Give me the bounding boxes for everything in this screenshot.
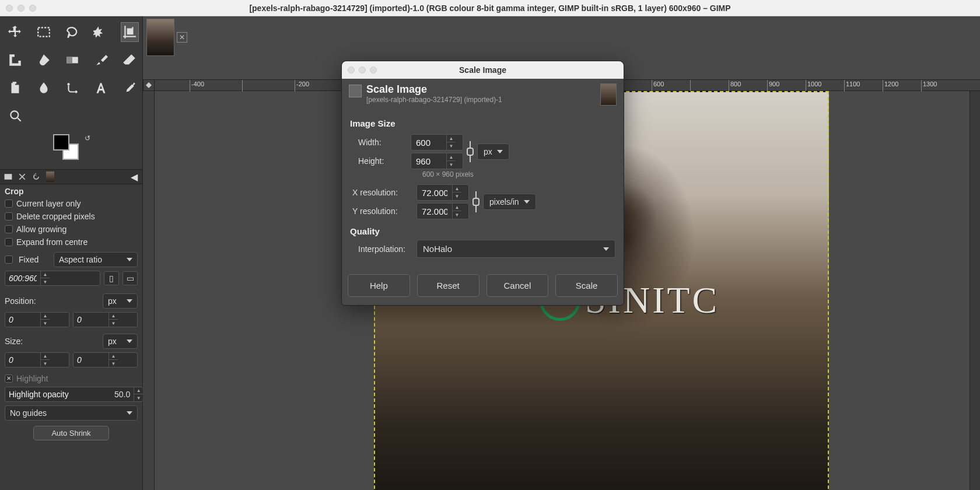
ruler-tick-label: -200 <box>296 80 309 88</box>
opt-allow-growing[interactable]: Allow growing <box>0 223 142 236</box>
opt-fixed-value-input[interactable]: ▲▼ <box>5 271 100 286</box>
link-resolution-icon[interactable] <box>469 189 483 215</box>
dialog-minimize-icon[interactable] <box>359 66 366 74</box>
chevron-down-icon <box>127 411 132 415</box>
help-button[interactable]: Help <box>348 274 410 297</box>
free-select-tool[interactable] <box>63 22 81 42</box>
opt-delete-cropped[interactable]: Delete cropped pixels <box>0 210 142 223</box>
close-image-tab-icon[interactable]: ✕ <box>177 32 187 43</box>
size-unit-combo[interactable]: px <box>103 334 138 349</box>
smudge-tool[interactable] <box>34 78 52 98</box>
scale-button[interactable]: Scale <box>555 274 618 297</box>
opt-delete-cropped-label: Delete cropped pixels <box>16 212 95 221</box>
position-y-input[interactable]: ▲▼ <box>73 312 138 327</box>
highlight-opacity-input[interactable]: 50.0 ▲▼ <box>5 387 144 402</box>
position-unit-value: px <box>108 296 117 306</box>
paintbrush-tool[interactable] <box>92 50 110 70</box>
auto-shrink-button[interactable]: Auto Shrink <box>33 426 108 440</box>
path-tool[interactable] <box>63 78 81 98</box>
opt-highlight[interactable]: Highlight <box>0 369 142 385</box>
portrait-orientation-button[interactable]: ▯ <box>104 271 119 285</box>
chevron-down-icon <box>127 340 132 343</box>
device-status-tab-icon[interactable] <box>16 171 28 183</box>
dialog-zoom-icon[interactable] <box>370 66 377 74</box>
opt-fixed-mode-value: Aspect ratio <box>59 255 102 264</box>
images-tab-icon[interactable] <box>44 171 56 183</box>
swap-colors-icon[interactable]: ↺ <box>85 134 90 142</box>
svg-rect-7 <box>467 148 473 155</box>
fuzzy-select-tool[interactable] <box>92 22 110 42</box>
image-tab-thumbnail[interactable] <box>146 19 174 56</box>
opt-fixed-label: Fixed <box>19 255 48 264</box>
size-h-input[interactable]: ▲▼ <box>73 352 138 368</box>
dialog-thumbnail <box>600 83 617 106</box>
color-picker-tool[interactable] <box>121 78 139 98</box>
transform-tool[interactable] <box>6 50 24 70</box>
height-input[interactable]: ▲▼ <box>411 153 463 169</box>
minimize-window-icon[interactable] <box>18 5 24 12</box>
zoom-tool[interactable] <box>6 106 26 126</box>
rect-select-tool[interactable] <box>34 22 52 42</box>
opt-fixed-mode-combo[interactable]: Aspect ratio <box>54 252 138 267</box>
opt-expand-centre-label: Expand from centre <box>16 237 88 247</box>
opt-allow-growing-label: Allow growing <box>16 225 66 234</box>
gradient-tool[interactable] <box>63 50 81 70</box>
foreground-color[interactable] <box>53 134 69 150</box>
opt-fixed-check[interactable] <box>5 256 13 264</box>
res-unit-value: pixels/in <box>489 197 519 206</box>
undo-history-tab-icon[interactable] <box>30 171 42 183</box>
xres-input[interactable]: ▲▼ <box>416 184 469 201</box>
yres-input[interactable]: ▲▼ <box>416 203 469 219</box>
configure-tab-icon[interactable]: ◀ <box>128 171 140 183</box>
close-window-icon[interactable] <box>6 5 13 12</box>
dialog-heading: Scale Image <box>366 83 502 96</box>
tool-options-tab-icon[interactable] <box>2 171 14 183</box>
move-tool[interactable] <box>6 22 24 42</box>
bucket-fill-tool[interactable] <box>34 50 52 70</box>
cancel-button[interactable]: Cancel <box>487 274 549 297</box>
size-w-input[interactable]: ▲▼ <box>5 352 69 368</box>
res-unit-select[interactable]: pixels/in <box>483 194 536 210</box>
chevron-down-icon <box>127 299 132 303</box>
dialog-titlebar: Scale Image <box>342 61 624 79</box>
eraser-tool[interactable] <box>121 50 139 70</box>
size-hint: 600 × 960 pixels <box>350 170 615 178</box>
ruler-origin-icon[interactable] <box>143 79 155 91</box>
zoom-window-icon[interactable] <box>29 5 36 12</box>
ruler-tick-label: 1000 <box>807 80 821 88</box>
svg-rect-8 <box>473 198 479 205</box>
opt-expand-centre[interactable]: Expand from centre <box>0 236 142 249</box>
opt-current-layer-only[interactable]: Current layer only <box>0 197 142 210</box>
ruler-tick-label: 1200 <box>884 80 898 88</box>
dialog-close-icon[interactable] <box>348 66 355 74</box>
opt-current-layer-only-label: Current layer only <box>16 199 81 208</box>
position-label: Position: <box>5 296 36 306</box>
scale-image-dialog: Scale Image Scale Image [pexels-ralph-ra… <box>341 61 624 306</box>
width-input[interactable]: ▲▼ <box>411 134 463 150</box>
position-x-input[interactable]: ▲▼ <box>5 312 69 327</box>
interpolation-label: Interpolation: <box>350 244 413 254</box>
color-swatch[interactable]: ↺ <box>45 134 97 163</box>
guides-combo[interactable]: No guides <box>5 405 138 421</box>
chevron-down-icon <box>127 258 132 261</box>
crop-tool[interactable] <box>121 22 139 42</box>
section-quality: Quality <box>350 226 615 236</box>
svg-point-4 <box>75 90 77 93</box>
position-unit-combo[interactable]: px <box>103 293 138 309</box>
size-unit-select[interactable]: px <box>477 144 509 160</box>
link-dimensions-icon[interactable] <box>463 139 477 164</box>
dialog-header: Scale Image [pexels-ralph-rabago-3214729… <box>342 79 624 110</box>
guides-value: No guides <box>10 408 47 418</box>
vertical-ruler[interactable] <box>143 91 155 490</box>
height-label: Height: <box>350 156 407 166</box>
vertical-scrollbar[interactable] <box>970 91 980 490</box>
interpolation-select[interactable]: NoHalo <box>416 240 615 258</box>
reset-button[interactable]: Reset <box>417 274 480 297</box>
toolbox-panel: ↺ ◀ Crop Current layer only Delete cropp… <box>0 16 143 490</box>
landscape-orientation-button[interactable]: ▭ <box>123 271 138 285</box>
ruler-tick-label: 800 <box>730 80 741 88</box>
canvas-area: ✕ -400-200020040060080090010001100120013… <box>143 16 980 490</box>
clone-tool[interactable] <box>6 78 24 98</box>
ruler-tick-label: -400 <box>191 80 204 88</box>
text-tool[interactable] <box>92 78 110 98</box>
